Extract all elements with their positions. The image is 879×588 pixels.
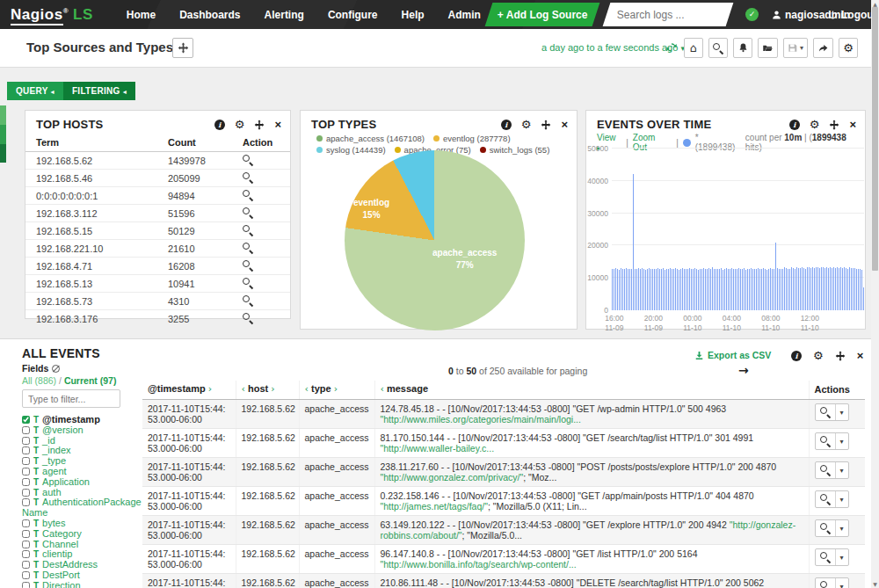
search-event-button[interactable] bbox=[816, 462, 836, 478]
message-link[interactable]: "http://www.bonilla.info/tag/search/wp-c… bbox=[381, 559, 577, 570]
event-dropdown-button[interactable]: ▾ bbox=[836, 404, 848, 420]
field-checkbox[interactable] bbox=[22, 478, 30, 486]
search-event-button[interactable] bbox=[816, 520, 836, 536]
gear-icon[interactable]: ⚙ bbox=[810, 118, 820, 131]
search-icon[interactable] bbox=[243, 278, 253, 288]
close-icon[interactable]: × bbox=[274, 119, 281, 130]
gear-icon[interactable]: ⚙ bbox=[235, 118, 245, 131]
scroll-up-icon[interactable]: ▲ bbox=[871, 1, 879, 7]
message-link[interactable]: "http://www.gonzalez.com/privacy/" bbox=[381, 472, 524, 483]
field-checkbox[interactable] bbox=[22, 498, 30, 506]
field-item-Direction[interactable]: TDirection bbox=[22, 581, 142, 588]
save-caret-icon[interactable]: ▾ bbox=[800, 44, 803, 52]
open-dashboard-button[interactable] bbox=[758, 38, 778, 58]
col-timestamp[interactable]: @timestamp › bbox=[142, 381, 236, 400]
search-icon[interactable] bbox=[243, 172, 253, 183]
event-dropdown-button[interactable]: ▾ bbox=[836, 549, 848, 565]
search-logs-input[interactable] bbox=[617, 9, 723, 21]
move-icon[interactable] bbox=[541, 120, 551, 130]
time-range-picker[interactable]: a day ago to a few seconds ago ▾ bbox=[541, 42, 685, 53]
field-checkbox[interactable] bbox=[22, 489, 30, 497]
move-col-left-icon[interactable]: ‹ bbox=[381, 383, 384, 395]
all-fields-link[interactable]: All (886) bbox=[22, 375, 56, 386]
logout-button[interactable]: Logout bbox=[828, 0, 877, 29]
move-col-right-icon[interactable]: › bbox=[334, 383, 338, 395]
field-checkbox[interactable] bbox=[22, 571, 30, 579]
status-check-icon[interactable]: ✓ bbox=[745, 8, 759, 21]
close-icon[interactable]: × bbox=[561, 119, 568, 130]
field-checkbox[interactable] bbox=[22, 561, 30, 569]
legend-item[interactable]: apache_access (1467108) bbox=[316, 133, 425, 144]
nav-item-admin[interactable]: Admin bbox=[448, 9, 481, 21]
alerts-button[interactable] bbox=[733, 38, 752, 58]
bar[interactable] bbox=[863, 287, 864, 310]
field-filter-input[interactable] bbox=[22, 389, 120, 408]
nav-item-home[interactable]: Home bbox=[127, 9, 156, 21]
nav-item-alerting[interactable]: Alerting bbox=[265, 9, 304, 21]
search-icon[interactable] bbox=[243, 155, 253, 165]
top-types-pie-chart[interactable] bbox=[345, 150, 525, 330]
current-fields-link[interactable]: Current (97) bbox=[64, 375, 117, 386]
collapse-fields-icon[interactable] bbox=[52, 365, 60, 373]
move-col-left-icon[interactable]: ‹ bbox=[242, 383, 245, 395]
move-icon[interactable] bbox=[829, 120, 839, 130]
col-type[interactable]: ‹ type › bbox=[299, 381, 374, 400]
nav-item-configure[interactable]: Configure bbox=[328, 9, 378, 21]
add-log-source-button[interactable]: + Add Log Source bbox=[485, 3, 600, 26]
col-host[interactable]: ‹ host › bbox=[236, 381, 299, 400]
scroll-down-icon[interactable]: ▼ bbox=[871, 581, 879, 587]
field-item-AuthenticationPackageName[interactable]: TAuthenticationPackageName bbox=[22, 497, 142, 519]
search-icon[interactable] bbox=[243, 225, 253, 236]
gear-icon[interactable]: ⚙ bbox=[813, 349, 824, 362]
search-icon[interactable] bbox=[243, 313, 253, 323]
settings-button[interactable]: ⚙ bbox=[839, 38, 858, 58]
event-row[interactable]: 2017-11-10T15:44:53.000-06:00192.168.5.6… bbox=[142, 545, 865, 574]
gear-icon[interactable]: ⚙ bbox=[521, 118, 532, 131]
events-bar-chart[interactable]: 01000020000300004000050000 bbox=[612, 149, 864, 310]
field-checkbox[interactable] bbox=[22, 541, 30, 548]
info-icon[interactable]: i bbox=[501, 120, 512, 130]
move-col-right-icon[interactable]: › bbox=[271, 383, 274, 395]
event-dropdown-button[interactable]: ▾ bbox=[836, 520, 848, 536]
series-dot-icon[interactable] bbox=[683, 139, 691, 147]
col-count[interactable]: Count bbox=[157, 134, 232, 152]
field-checkbox[interactable] bbox=[22, 519, 30, 527]
row-handle-top[interactable] bbox=[0, 105, 6, 163]
search-icon[interactable] bbox=[243, 295, 253, 306]
field-item-DestPort[interactable]: TDestPort bbox=[22, 570, 142, 581]
search-icon[interactable] bbox=[243, 260, 253, 271]
event-row[interactable]: 2017-11-10T15:44:53.000-06:00192.168.5.6… bbox=[142, 487, 865, 516]
message-link[interactable]: "http://www.miles.org/categories/main/ma… bbox=[381, 414, 581, 425]
event-row[interactable]: 2017-11-10T15:44:53.000-06:00192.168.5.6… bbox=[142, 574, 865, 588]
event-dropdown-button[interactable]: ▾ bbox=[836, 462, 848, 478]
event-row[interactable]: 2017-11-10T15:44:53.000-06:00192.168.5.6… bbox=[142, 516, 865, 545]
field-item-id[interactable]: T_id bbox=[22, 436, 142, 446]
save-dashboard-button[interactable]: ▾ bbox=[783, 38, 808, 58]
field-checkbox[interactable] bbox=[22, 457, 30, 465]
search-event-button[interactable] bbox=[816, 404, 836, 420]
field-checkbox[interactable] bbox=[22, 437, 30, 445]
message-link[interactable]: "http://james.net/tags/faq/" bbox=[381, 501, 488, 512]
field-checkbox[interactable] bbox=[22, 550, 30, 558]
share-button[interactable] bbox=[813, 38, 833, 58]
search-icon[interactable] bbox=[243, 190, 253, 200]
filtering-button[interactable]: FILTERING ◂ bbox=[63, 82, 135, 100]
move-icon[interactable] bbox=[835, 349, 846, 362]
move-icon[interactable] bbox=[254, 120, 265, 130]
field-checkbox[interactable] bbox=[22, 530, 30, 538]
field-checkbox[interactable] bbox=[22, 426, 30, 434]
search-event-button[interactable] bbox=[816, 578, 836, 588]
message-link[interactable]: "http://www.waller-bailey.c... bbox=[381, 443, 495, 454]
col-term[interactable]: Term bbox=[25, 134, 157, 152]
info-icon[interactable]: i bbox=[789, 120, 800, 130]
col-message[interactable]: ‹ message bbox=[374, 381, 809, 400]
scrollbar-thumb[interactable] bbox=[872, 7, 878, 271]
move-col-left-icon[interactable]: ‹ bbox=[305, 383, 309, 395]
field-item-DestAddress[interactable]: TDestAddress bbox=[22, 560, 142, 570]
event-dropdown-button[interactable]: ▾ bbox=[836, 491, 848, 507]
field-checkbox[interactable] bbox=[22, 446, 30, 454]
info-icon[interactable]: i bbox=[214, 120, 225, 130]
close-icon[interactable]: × bbox=[849, 119, 856, 130]
query-button[interactable]: QUERY ◂ bbox=[7, 82, 63, 100]
search-event-button[interactable] bbox=[816, 433, 836, 449]
